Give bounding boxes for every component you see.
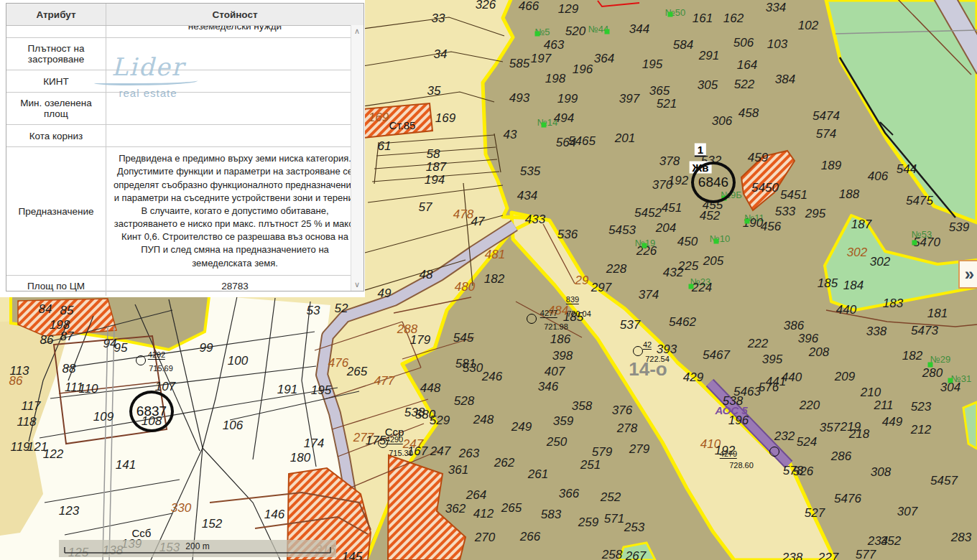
map-label: №29: [930, 355, 950, 364]
table-row: Кота корниз: [6, 125, 364, 147]
map-label: 365: [649, 85, 670, 97]
map-label: 110: [78, 383, 98, 395]
map-label: 192: [668, 174, 688, 187]
map-label: 109: [93, 411, 114, 423]
map-label: 181: [927, 307, 948, 319]
map-label: 218: [849, 428, 869, 440]
map-label: 5474: [812, 110, 840, 122]
map-label: 225: [678, 260, 698, 272]
scroll-down-icon[interactable]: ∨: [351, 279, 363, 291]
map-label: 366: [559, 487, 579, 500]
map-label: 184: [843, 279, 863, 291]
map-label: 526: [793, 465, 813, 477]
map-label: 5451: [780, 189, 807, 201]
map-label: 58: [427, 148, 440, 160]
map-label: 326: [476, 0, 496, 11]
map-label: 362: [445, 503, 466, 515]
map-label: 238: [782, 551, 802, 560]
map-label: 583: [541, 508, 561, 521]
map-label: 297: [591, 281, 611, 294]
map-label: 247: [430, 445, 450, 457]
map-label: 728.60: [729, 462, 754, 470]
green-square-marker: [948, 378, 953, 383]
map-label: 47: [471, 215, 485, 228]
expand-panel-button[interactable]: »: [958, 260, 977, 289]
map-label: Ссб: [132, 528, 152, 538]
green-square-marker: [668, 12, 673, 17]
map-label: 94: [103, 337, 117, 350]
table-row: Мин. озеленена площ: [6, 93, 364, 125]
map-label: 4277: [540, 309, 557, 318]
table-row: Плътност на застрояване: [6, 38, 364, 70]
panel-scrollbar[interactable]: ∧ ∨: [351, 25, 364, 291]
map-label: 189: [821, 159, 841, 172]
map-label: 459: [748, 151, 768, 164]
map-label: 103: [767, 38, 787, 50]
map-label: 280: [922, 367, 943, 379]
map-label: 100: [228, 355, 248, 367]
highlighted-parcel-6846: 6846: [691, 162, 736, 203]
map-label: 52: [335, 302, 348, 314]
map-label: 14-о: [629, 360, 667, 378]
map-label: 352: [881, 535, 901, 547]
chevron-right-icon: »: [965, 264, 974, 284]
map-label: 180: [290, 452, 310, 464]
map-label: 722.54: [645, 355, 670, 363]
attribute-cell: Мин. озеленена площ: [6, 93, 106, 124]
map-label: 484: [548, 304, 568, 317]
map-label: 234: [868, 535, 888, 547]
map-label: 263: [459, 447, 479, 459]
map-label: №10: [710, 234, 730, 243]
table-row: КИНТ: [6, 70, 364, 93]
map-label: 145: [342, 551, 362, 560]
green-square-marker: [714, 239, 719, 244]
map-label: 266: [520, 531, 540, 543]
map-label: 87: [60, 330, 74, 342]
map-label: 220: [800, 399, 820, 411]
map-label: 291: [699, 50, 719, 62]
map-label: 167: [407, 445, 427, 457]
map-label: 839: [566, 296, 579, 304]
map-label: 111: [65, 381, 83, 393]
attribute-panel: Атрибут Стойност неземеделски нужди Плът…: [6, 3, 364, 291]
map-label: 580: [415, 409, 435, 421]
map-label: 270: [475, 531, 495, 543]
map-label: 248: [473, 414, 494, 426]
map-label: 533: [775, 205, 795, 218]
map-label: 433: [525, 213, 545, 225]
map-label: 196: [728, 414, 749, 426]
map-label: 88: [62, 363, 76, 375]
map-label: 106: [223, 419, 243, 431]
map-label: 5463: [733, 386, 761, 398]
value-cell: [106, 125, 364, 146]
map-label: 530: [463, 362, 483, 374]
map-label: 432: [663, 266, 683, 279]
map-label: 198: [545, 73, 565, 85]
map-label: 5453: [608, 224, 636, 236]
map-label: 209: [835, 370, 855, 383]
map-label: 406: [868, 170, 888, 182]
map-label: 186: [550, 333, 570, 345]
map-label: 253: [624, 521, 644, 533]
map-label: 188: [839, 188, 859, 200]
map-label: 441: [766, 375, 786, 388]
map-label: 34: [434, 48, 448, 60]
value-cell: неземеделски нужди: [188, 26, 282, 32]
map-label: 43: [504, 129, 517, 141]
green-square-marker: [928, 363, 933, 368]
map-label: 246: [482, 370, 502, 383]
map-label: 208: [809, 346, 829, 358]
attribute-cell: Предназначение: [6, 147, 106, 275]
map-label: 477: [374, 375, 394, 387]
scroll-up-icon[interactable]: ∧: [351, 25, 363, 37]
map-label: 179: [410, 334, 430, 346]
value-cell: [106, 38, 364, 70]
map-label: 576: [759, 381, 779, 393]
survey-point-marker: [633, 346, 643, 356]
map-label: 187: [426, 161, 446, 173]
map-label: 247: [403, 438, 423, 450]
map-label: 262: [494, 457, 514, 469]
attribute-cell: Плътност на застрояване: [6, 38, 106, 70]
map-label: 493: [509, 92, 529, 104]
map-label: 539: [949, 221, 969, 233]
